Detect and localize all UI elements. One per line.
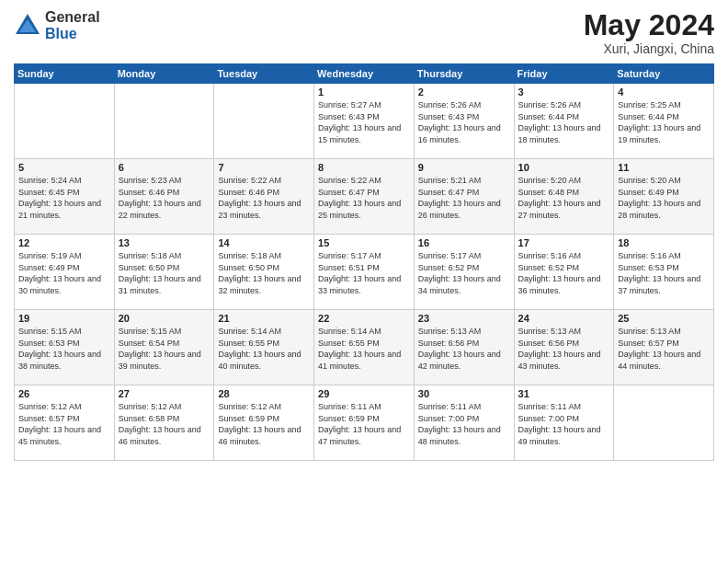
header-sunday: Sunday bbox=[15, 64, 115, 84]
day-number: 15 bbox=[318, 237, 410, 248]
day-info: Sunrise: 5:14 AMSunset: 6:55 PMDaylight:… bbox=[218, 327, 301, 371]
day-number: 24 bbox=[518, 313, 610, 324]
day-info: Sunrise: 5:13 AMSunset: 6:56 PMDaylight:… bbox=[418, 327, 501, 371]
day-cell-w4-d2: 20 Sunrise: 5:15 AMSunset: 6:54 PMDaylig… bbox=[114, 310, 214, 385]
day-info: Sunrise: 5:16 AMSunset: 6:53 PMDaylight:… bbox=[618, 251, 700, 295]
day-number: 21 bbox=[218, 313, 310, 324]
header-wednesday: Wednesday bbox=[314, 64, 415, 84]
day-number: 31 bbox=[518, 388, 610, 399]
calendar-header: Sunday Monday Tuesday Wednesday Thursday… bbox=[15, 64, 714, 84]
calendar-table: Sunday Monday Tuesday Wednesday Thursday… bbox=[14, 63, 714, 461]
day-cell-w4-d5: 23 Sunrise: 5:13 AMSunset: 6:56 PMDaylig… bbox=[414, 310, 514, 385]
day-cell-w1-d1 bbox=[15, 84, 115, 159]
day-info: Sunrise: 5:22 AMSunset: 6:46 PMDaylight:… bbox=[218, 176, 301, 220]
weekday-header-row: Sunday Monday Tuesday Wednesday Thursday… bbox=[15, 64, 714, 84]
day-number: 25 bbox=[618, 313, 710, 324]
day-info: Sunrise: 5:11 AMSunset: 7:00 PMDaylight:… bbox=[418, 402, 501, 446]
week-row-1: 1 Sunrise: 5:27 AMSunset: 6:43 PMDayligh… bbox=[15, 84, 714, 159]
calendar-subtitle: Xuri, Jiangxi, China bbox=[584, 41, 714, 56]
day-cell-w2-d5: 9 Sunrise: 5:21 AMSunset: 6:47 PMDayligh… bbox=[414, 159, 514, 235]
day-cell-w2-d6: 10 Sunrise: 5:20 AMSunset: 6:48 PMDaylig… bbox=[514, 159, 614, 235]
day-info: Sunrise: 5:23 AMSunset: 6:46 PMDaylight:… bbox=[119, 176, 201, 220]
day-number: 7 bbox=[218, 162, 310, 173]
day-info: Sunrise: 5:11 AMSunset: 7:00 PMDaylight:… bbox=[518, 402, 601, 446]
header-thursday: Thursday bbox=[414, 64, 514, 84]
day-info: Sunrise: 5:26 AMSunset: 6:44 PMDaylight:… bbox=[518, 100, 601, 144]
day-number: 30 bbox=[418, 388, 510, 399]
day-number: 23 bbox=[418, 313, 510, 324]
calendar-body: 1 Sunrise: 5:27 AMSunset: 6:43 PMDayligh… bbox=[15, 84, 714, 461]
page: General Blue May 2024 Xuri, Jiangxi, Chi… bbox=[0, 0, 728, 563]
day-info: Sunrise: 5:20 AMSunset: 6:49 PMDaylight:… bbox=[618, 176, 700, 220]
week-row-2: 5 Sunrise: 5:24 AMSunset: 6:45 PMDayligh… bbox=[15, 159, 714, 235]
day-cell-w2-d7: 11 Sunrise: 5:20 AMSunset: 6:49 PMDaylig… bbox=[614, 159, 714, 235]
header-tuesday: Tuesday bbox=[214, 64, 314, 84]
day-cell-w1-d6: 3 Sunrise: 5:26 AMSunset: 6:44 PMDayligh… bbox=[514, 84, 614, 159]
day-info: Sunrise: 5:12 AMSunset: 6:57 PMDaylight:… bbox=[18, 402, 101, 446]
day-info: Sunrise: 5:16 AMSunset: 6:52 PMDaylight:… bbox=[518, 251, 601, 295]
day-cell-w3-d5: 16 Sunrise: 5:17 AMSunset: 6:52 PMDaylig… bbox=[414, 235, 514, 310]
day-number: 11 bbox=[618, 162, 710, 173]
week-row-3: 12 Sunrise: 5:19 AMSunset: 6:49 PMDaylig… bbox=[15, 235, 714, 310]
calendar-title: May 2024 bbox=[584, 9, 714, 41]
day-cell-w3-d3: 14 Sunrise: 5:18 AMSunset: 6:50 PMDaylig… bbox=[214, 235, 314, 310]
day-info: Sunrise: 5:13 AMSunset: 6:57 PMDaylight:… bbox=[618, 327, 700, 371]
day-number: 6 bbox=[119, 162, 210, 173]
header-friday: Friday bbox=[514, 64, 614, 84]
day-number: 29 bbox=[318, 388, 410, 399]
day-cell-w2-d4: 8 Sunrise: 5:22 AMSunset: 6:47 PMDayligh… bbox=[314, 159, 415, 235]
day-cell-w4-d3: 21 Sunrise: 5:14 AMSunset: 6:55 PMDaylig… bbox=[214, 310, 314, 385]
day-cell-w2-d1: 5 Sunrise: 5:24 AMSunset: 6:45 PMDayligh… bbox=[15, 159, 115, 235]
day-cell-w5-d2: 27 Sunrise: 5:12 AMSunset: 6:58 PMDaylig… bbox=[114, 385, 214, 461]
day-cell-w3-d2: 13 Sunrise: 5:18 AMSunset: 6:50 PMDaylig… bbox=[114, 235, 214, 310]
day-cell-w1-d2 bbox=[114, 84, 214, 159]
day-number: 20 bbox=[119, 313, 210, 324]
day-number: 16 bbox=[418, 237, 510, 248]
day-info: Sunrise: 5:15 AMSunset: 6:54 PMDaylight:… bbox=[119, 327, 201, 371]
day-number: 12 bbox=[18, 237, 110, 248]
day-info: Sunrise: 5:24 AMSunset: 6:45 PMDaylight:… bbox=[18, 176, 101, 220]
day-info: Sunrise: 5:20 AMSunset: 6:48 PMDaylight:… bbox=[518, 176, 601, 220]
day-cell-w1-d7: 4 Sunrise: 5:25 AMSunset: 6:44 PMDayligh… bbox=[614, 84, 714, 159]
day-cell-w3-d1: 12 Sunrise: 5:19 AMSunset: 6:49 PMDaylig… bbox=[15, 235, 115, 310]
day-cell-w2-d3: 7 Sunrise: 5:22 AMSunset: 6:46 PMDayligh… bbox=[214, 159, 314, 235]
day-cell-w3-d6: 17 Sunrise: 5:16 AMSunset: 6:52 PMDaylig… bbox=[514, 235, 614, 310]
day-number: 9 bbox=[418, 162, 510, 173]
day-cell-w2-d2: 6 Sunrise: 5:23 AMSunset: 6:46 PMDayligh… bbox=[114, 159, 214, 235]
day-info: Sunrise: 5:21 AMSunset: 6:47 PMDaylight:… bbox=[418, 176, 501, 220]
day-info: Sunrise: 5:19 AMSunset: 6:49 PMDaylight:… bbox=[18, 251, 101, 295]
day-cell-w5-d5: 30 Sunrise: 5:11 AMSunset: 7:00 PMDaylig… bbox=[414, 385, 514, 461]
day-info: Sunrise: 5:12 AMSunset: 6:59 PMDaylight:… bbox=[218, 402, 301, 446]
day-cell-w5-d4: 29 Sunrise: 5:11 AMSunset: 6:59 PMDaylig… bbox=[314, 385, 415, 461]
day-cell-w4-d4: 22 Sunrise: 5:14 AMSunset: 6:55 PMDaylig… bbox=[314, 310, 415, 385]
day-number: 1 bbox=[318, 86, 410, 98]
header-saturday: Saturday bbox=[614, 64, 714, 84]
day-info: Sunrise: 5:18 AMSunset: 6:50 PMDaylight:… bbox=[119, 251, 201, 295]
day-number: 4 bbox=[618, 86, 710, 98]
logo: General Blue bbox=[14, 9, 100, 41]
day-info: Sunrise: 5:25 AMSunset: 6:44 PMDaylight:… bbox=[618, 100, 700, 144]
day-number: 27 bbox=[119, 388, 210, 399]
day-cell-w5-d1: 26 Sunrise: 5:12 AMSunset: 6:57 PMDaylig… bbox=[15, 385, 115, 461]
day-number: 13 bbox=[119, 237, 210, 248]
day-number: 2 bbox=[418, 86, 510, 98]
day-number: 10 bbox=[518, 162, 610, 173]
day-cell-w1-d4: 1 Sunrise: 5:27 AMSunset: 6:43 PMDayligh… bbox=[314, 84, 415, 159]
day-cell-w4-d7: 25 Sunrise: 5:13 AMSunset: 6:57 PMDaylig… bbox=[614, 310, 714, 385]
day-number: 5 bbox=[18, 162, 110, 173]
header: General Blue May 2024 Xuri, Jiangxi, Chi… bbox=[14, 9, 714, 56]
logo-blue: Blue bbox=[45, 26, 100, 42]
day-number: 18 bbox=[618, 237, 710, 248]
day-info: Sunrise: 5:15 AMSunset: 6:53 PMDaylight:… bbox=[18, 327, 101, 371]
header-monday: Monday bbox=[114, 64, 214, 84]
day-info: Sunrise: 5:14 AMSunset: 6:55 PMDaylight:… bbox=[318, 327, 401, 371]
logo-text: General Blue bbox=[45, 9, 100, 41]
day-info: Sunrise: 5:27 AMSunset: 6:43 PMDaylight:… bbox=[318, 100, 401, 144]
day-info: Sunrise: 5:18 AMSunset: 6:50 PMDaylight:… bbox=[218, 251, 301, 295]
day-info: Sunrise: 5:11 AMSunset: 6:59 PMDaylight:… bbox=[318, 402, 401, 446]
logo-general: General bbox=[45, 9, 100, 26]
day-info: Sunrise: 5:22 AMSunset: 6:47 PMDaylight:… bbox=[318, 176, 401, 220]
day-info: Sunrise: 5:17 AMSunset: 6:51 PMDaylight:… bbox=[318, 251, 401, 295]
day-number: 17 bbox=[518, 237, 610, 248]
day-number: 14 bbox=[218, 237, 310, 248]
